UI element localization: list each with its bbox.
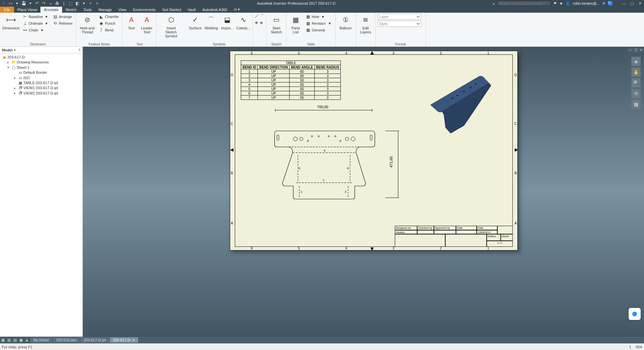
tab-a360[interactable]: Autodesk A360 bbox=[199, 7, 230, 13]
doc-tab[interactable]: 203-617-D.ipt bbox=[80, 337, 110, 343]
tree-item[interactable]: ▸▭ISO bbox=[1, 75, 82, 80]
surface-button[interactable]: ✓Surface bbox=[188, 14, 202, 31]
insert-sketch-symbol-button[interactable]: ⬡ Insert Sketch Symbol bbox=[158, 14, 184, 39]
viewcube-icon[interactable]: ◈ bbox=[631, 57, 641, 66]
close-button[interactable]: ✕ bbox=[637, 1, 643, 6]
target-icon[interactable]: ⊕ bbox=[260, 21, 263, 25]
restore-icon[interactable]: ▢ bbox=[633, 47, 638, 52]
print-icon[interactable]: 🖶 bbox=[55, 1, 59, 6]
caterp-button[interactable]: ∿Caterp... bbox=[236, 14, 251, 31]
orbit-icon[interactable]: ⟲ bbox=[631, 89, 641, 98]
home-icon[interactable]: ⌂ bbox=[48, 1, 53, 6]
minimize-icon[interactable]: — bbox=[628, 47, 633, 52]
tree-root[interactable]: ▣203-617-D bbox=[1, 55, 82, 60]
punch-button[interactable]: ◉Punch bbox=[98, 20, 120, 26]
close-tab-icon[interactable]: ✕ bbox=[132, 338, 135, 342]
tab-get-started[interactable]: Get Started bbox=[159, 7, 184, 13]
restore-button[interactable]: ▢ bbox=[629, 1, 635, 6]
tab-layout-icon[interactable]: ▦ bbox=[0, 337, 6, 343]
doc-tab[interactable]: 203-633.iam bbox=[53, 337, 80, 343]
start-sketch-button[interactable]: ▭ Start Sketch bbox=[269, 14, 284, 35]
dropdown-icon[interactable]: ▾ bbox=[82, 1, 86, 6]
open-icon[interactable]: ▭ bbox=[8, 1, 13, 6]
user-name[interactable]: robin.beales@... bbox=[573, 1, 600, 5]
ordinate-button[interactable]: ⊥Ordinate▾ bbox=[21, 20, 50, 26]
drawing-canvas[interactable]: — ▢ ✕ ◈ ✋ 🔍 ⟲ ▦ ⬢ 6 5 4 3 2 1 6 5 4 3 2 … bbox=[83, 47, 644, 337]
tab-bullet[interactable]: ⊙ ▾ bbox=[230, 6, 243, 13]
arrow-icon[interactable]: ▸ bbox=[493, 2, 495, 5]
close-icon[interactable]: ✕ bbox=[639, 47, 643, 52]
exchange-icon[interactable]: ✖ bbox=[602, 1, 605, 6]
tree-item[interactable]: ▸📁Drawing Resources bbox=[1, 60, 82, 65]
tab-layout-icon[interactable]: ▥ bbox=[6, 337, 12, 343]
doc-tab[interactable]: My Home bbox=[30, 337, 53, 343]
chamfer-button[interactable]: ◣Chamfer bbox=[98, 14, 120, 20]
user-icon[interactable]: 👤 bbox=[566, 1, 570, 6]
arrange-button[interactable]: ▤Arrange bbox=[51, 14, 74, 20]
doc-tab-active[interactable]: 203-617-D✕ bbox=[110, 337, 139, 343]
model-browser-header[interactable]: Model▾ ? bbox=[0, 47, 83, 53]
tree-item[interactable]: ▾▢Sheet:1 bbox=[1, 65, 82, 70]
hole-table-button[interactable]: ▦Hole▾ bbox=[304, 14, 333, 20]
balloon-button[interactable]: ① Balloon bbox=[338, 14, 354, 31]
pan-icon[interactable]: ✋ bbox=[631, 67, 641, 77]
tab-layout-icon[interactable]: ▣ bbox=[18, 337, 24, 343]
redo-icon[interactable]: ↷ bbox=[41, 1, 46, 6]
help-icon[interactable]: ? bbox=[78, 48, 80, 52]
tree-item[interactable]: ▦TABLE:203-617-D.ipt bbox=[1, 80, 82, 85]
help-icon[interactable]: ? bbox=[608, 1, 613, 6]
edit-layers-icon: ≋ bbox=[360, 14, 371, 25]
revision-button[interactable]: ▦Revision▾ bbox=[304, 20, 333, 26]
tab-view[interactable]: View bbox=[115, 7, 130, 13]
tree-item[interactable]: ▭Default Border bbox=[1, 70, 82, 75]
chamfer-icon: ◣ bbox=[99, 14, 104, 19]
a360-badge[interactable]: ⬢ bbox=[629, 308, 641, 320]
dropdown-icon[interactable]: ▾ bbox=[28, 1, 33, 6]
undo-icon[interactable]: ↶ bbox=[35, 1, 39, 6]
dropdown-icon[interactable]: ▾ bbox=[15, 1, 19, 6]
tab-vault[interactable]: Vault bbox=[184, 7, 199, 13]
search-input[interactable] bbox=[497, 1, 551, 6]
line-icon[interactable]: ／ bbox=[255, 14, 259, 19]
plus-icon[interactable]: + bbox=[88, 1, 93, 6]
material-icon[interactable]: ◧ bbox=[75, 1, 79, 6]
hole-thread-button[interactable]: ⊘ Hole and Thread bbox=[78, 14, 96, 35]
flag-icon[interactable]: ⚑ bbox=[553, 1, 557, 6]
leader-text-button[interactable]: A Leader Text bbox=[139, 14, 154, 35]
move-icon[interactable]: ✥ bbox=[255, 21, 258, 25]
cursor-icon[interactable]: ⬚ bbox=[68, 1, 73, 6]
tab-annotate[interactable]: Annotate bbox=[40, 7, 62, 13]
tree-item[interactable]: ▸🗇VIEW2:203-617-D.ipt bbox=[1, 91, 82, 96]
arc-icon[interactable]: ⌒ bbox=[261, 14, 264, 19]
tab-environments[interactable]: Environments bbox=[130, 7, 159, 13]
zoom-icon[interactable]: 🔍 bbox=[631, 78, 641, 88]
file-tab[interactable]: File bbox=[0, 7, 14, 13]
hole-icon: ▦ bbox=[306, 14, 310, 19]
style-select[interactable]: Style bbox=[378, 21, 421, 27]
chain-button[interactable]: ⊶Chain▾ bbox=[21, 27, 50, 33]
layer-select[interactable]: Layer bbox=[378, 14, 421, 20]
save-icon[interactable]: 💾 bbox=[21, 1, 26, 6]
star-icon[interactable]: ★ bbox=[559, 1, 563, 6]
tab-place-views[interactable]: Place Views bbox=[14, 7, 41, 13]
minimize-button[interactable]: — bbox=[621, 1, 627, 6]
edit-layers-button[interactable]: ≋ Edit Layers bbox=[358, 14, 373, 35]
import-button[interactable]: ⬓Impor... bbox=[220, 14, 234, 31]
dimension-button[interactable]: ⟼ Dimension bbox=[2, 14, 20, 31]
text-button[interactable]: A Text bbox=[125, 14, 138, 31]
welding-button[interactable]: ⌒Welding bbox=[204, 14, 218, 31]
retrieve-button[interactable]: ⟲Retrieve bbox=[51, 20, 74, 26]
tab-tools[interactable]: Tools bbox=[80, 7, 95, 13]
tab-layout-icon[interactable]: ▤ bbox=[12, 337, 18, 343]
tree-item[interactable]: ▸🗇VIEW1:203-617-D.ipt bbox=[1, 85, 82, 91]
baseline-button[interactable]: ⊢Baseline▾ bbox=[21, 14, 50, 20]
tab-up-icon[interactable]: ▲ bbox=[24, 337, 30, 343]
tab-sketch[interactable]: Sketch bbox=[62, 7, 80, 13]
general-button[interactable]: ▦General bbox=[304, 27, 333, 33]
equals-icon[interactable]: = bbox=[95, 1, 100, 6]
bend-button[interactable]: ⤴Bend bbox=[98, 27, 120, 33]
tab-manage[interactable]: Manage bbox=[95, 7, 115, 13]
lookat-icon[interactable]: ▦ bbox=[631, 100, 641, 109]
parts-list-button[interactable]: ▦ Parts List bbox=[288, 14, 303, 35]
svg-point-11 bbox=[300, 137, 303, 141]
